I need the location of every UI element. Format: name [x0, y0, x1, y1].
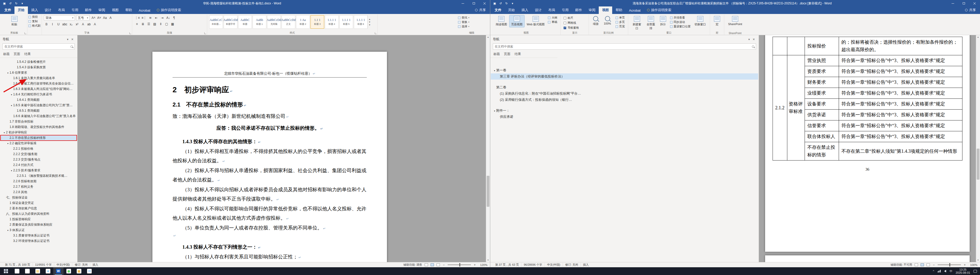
word-count[interactable]: 11/9591 个字	[33, 263, 54, 267]
paragraph-button[interactable]: ☰	[146, 21, 151, 26]
vertical-scrollbar[interactable]: ▲ ▼	[976, 35, 980, 262]
gallery-more-icon[interactable]: ▼	[369, 24, 371, 26]
action-center-icon[interactable]	[974, 270, 977, 273]
font-name-combo[interactable]: 宋体▾	[44, 15, 75, 21]
track-changes-indicator[interactable]: 修订: 关闭	[563, 263, 581, 267]
heading-item[interactable]: 1.5.4.3 设备采购发票	[0, 65, 77, 70]
heading-item[interactable]: 1.6.5.1 查询截图	[0, 108, 77, 114]
expand-icon[interactable]: ▾	[493, 68, 496, 74]
word-count[interactable]: 96/28696 个字	[522, 263, 545, 267]
heading-item[interactable]: 七、投标保证金	[0, 195, 77, 200]
paragraph-button[interactable]: ▢	[164, 21, 169, 26]
heading-item[interactable]: 供应承诺	[491, 114, 758, 120]
ribbon-tab[interactable]: 开始	[14, 6, 28, 14]
window-small-button[interactable]: 同步滚动	[670, 20, 691, 24]
window-small-button[interactable]: 重设窗口位置	[670, 24, 691, 29]
style-chip[interactable]: 1 Aa 标题 2	[296, 15, 310, 29]
ribbon-tab[interactable]: 设计	[41, 6, 55, 14]
scroll-down-icon[interactable]: ▼	[486, 258, 490, 262]
nav-close-icon[interactable]: ✕	[70, 38, 75, 41]
style-chip[interactable]: AaBbCcDd 无间隔	[267, 15, 281, 29]
read-mode-icon[interactable]	[915, 263, 918, 266]
heading-item[interactable]: 3.1 质量管理体系认证证书	[0, 233, 77, 238]
ribbon-tab[interactable]: 视图	[599, 6, 612, 14]
insert-mode-indicator[interactable]: 插入	[90, 263, 100, 267]
heading-item[interactable]: 1.6.4.1 查询截图	[0, 97, 77, 102]
heading-item[interactable]: (2) 采用银行保函方式：投标保函的须知（银行…	[491, 97, 758, 103]
taskbar-app-icon[interactable]: ⌕	[12, 267, 22, 275]
zoom-slider[interactable]	[938, 264, 961, 265]
style-chip[interactable]: AaBb 标题 1	[253, 15, 266, 29]
style-chip[interactable]: AaBbCcC 米标题...	[209, 15, 223, 29]
document-page[interactable]: 投标报价 的；投标将被否决；选择性报价的；有附加条件报价的；超出最高限价的。 2…	[765, 35, 970, 252]
font-tool-button[interactable]: A	[108, 16, 113, 21]
heading-item[interactable]: 1.6.6 未被纳入中石油集团公司“三类”禁入名单	[0, 114, 77, 119]
zoom-100-button[interactable]: 100%	[602, 15, 613, 29]
print-layout-icon[interactable]	[431, 263, 434, 266]
qat-icon[interactable]: ↻	[505, 2, 508, 5]
heading-item[interactable]: 2.1 不存在禁止投标的情形	[0, 135, 77, 141]
expand-icon[interactable]: ▾	[6, 141, 10, 146]
ribbon-tab[interactable]: 开始	[505, 6, 518, 14]
insert-mode-indicator[interactable]: 插入	[581, 263, 591, 267]
zoom-small-button[interactable]: 多页	[616, 20, 625, 24]
nav-tab[interactable]: 结果	[515, 52, 521, 58]
heading-item[interactable]: ▾第一卷	[491, 67, 758, 74]
paragraph-button[interactable]: ⇤	[154, 15, 159, 20]
show-checkbox[interactable]: 导航窗格	[564, 26, 585, 30]
paragraph-button[interactable]: ⇕	[158, 21, 163, 26]
zoom-small-button[interactable]: 单页	[616, 16, 625, 20]
nav-tab[interactable]: 结果	[24, 52, 31, 58]
ribbon-tab[interactable]: 设计	[531, 6, 545, 14]
vertical-scrollbar[interactable]: ▲ ▼	[486, 35, 490, 262]
tell-me-search[interactable]: 操作说明搜索	[154, 6, 184, 14]
font-tool-button[interactable]: A˅	[97, 16, 102, 21]
window-button[interactable]: 拆分	[658, 15, 668, 31]
tray-expand-icon[interactable]: ^	[933, 270, 934, 273]
heading-item[interactable]: 2.2.2 交货/服务期	[0, 152, 77, 157]
font-format-button[interactable]: abc	[62, 22, 68, 27]
font-format-button[interactable]: x²	[75, 22, 80, 27]
view-small-button[interactable]: 大纲	[548, 16, 557, 20]
expand-icon[interactable]: ▾	[10, 103, 13, 108]
maximize-button[interactable]	[958, 0, 969, 7]
editing-button[interactable]: 查找▾	[458, 16, 485, 20]
heading-item[interactable]: 2.2.5.1 《施放警报器材采购技术规…	[0, 173, 77, 179]
font-format-button[interactable]: x₂	[68, 22, 74, 27]
heading-item[interactable]: 2.2.8 其他	[0, 189, 77, 195]
taskbar-app-icon[interactable]: ✉	[84, 267, 95, 275]
expand-icon[interactable]: ▾	[10, 168, 13, 173]
page-indicator[interactable]: 第 37 页，共 63 页	[493, 263, 522, 267]
font-format-button[interactable]: U	[56, 22, 61, 27]
taskbar-app-icon[interactable]: W	[53, 267, 64, 275]
nav-options-icon[interactable]: ▾	[747, 38, 751, 41]
taskbar-app-icon[interactable]: e	[43, 267, 53, 275]
accessibility-status[interactable]: 辅助功能: 不可用	[891, 263, 912, 267]
paragraph-button[interactable]: ≋	[148, 15, 153, 20]
taskbar-app-icon[interactable]: ▤	[33, 267, 43, 275]
qat-icon[interactable]: ↻	[14, 2, 18, 5]
page-indicator[interactable]: 第 71 页，共 100 页	[3, 263, 33, 267]
zoom-slider[interactable]	[448, 264, 471, 265]
ime-indicator[interactable]: 中	[950, 269, 952, 273]
ribbon-tab[interactable]: 布局	[545, 6, 558, 14]
heading-item[interactable]: 2 质量保证及供应保障体系响应	[0, 222, 77, 227]
ribbon-tab[interactable]: Acrobat	[625, 7, 644, 14]
nav-tab[interactable]: 标题	[493, 52, 500, 58]
scrollbar-thumb[interactable]	[487, 176, 490, 207]
heading-item[interactable]: ▾3 体系认证	[0, 227, 77, 233]
editing-button[interactable]: 替换▾	[458, 20, 485, 24]
expand-icon[interactable]: ▾	[6, 228, 10, 233]
heading-item[interactable]: ▾2.2 确定性评审标准	[0, 141, 77, 146]
window-small-button[interactable]: 并排查看	[670, 16, 691, 20]
font-format-button[interactable]: B	[44, 22, 49, 27]
style-chip[interactable]: 1.1.1 1 标题 6	[354, 15, 368, 29]
ribbon-tab[interactable]: 文件	[1, 6, 14, 14]
paragraph-button[interactable]: ≡	[134, 21, 140, 26]
heading-item[interactable]: 2.2.4 付款方式	[0, 162, 77, 168]
track-changes-indicator[interactable]: 修订: 关闭	[72, 263, 90, 267]
editing-button[interactable]: 选择▾	[458, 24, 485, 29]
nav-tab[interactable]: 页面	[14, 52, 20, 58]
language-indicator[interactable]: 中文(中国)	[545, 263, 563, 267]
nav-options-icon[interactable]: ▾	[65, 38, 70, 41]
